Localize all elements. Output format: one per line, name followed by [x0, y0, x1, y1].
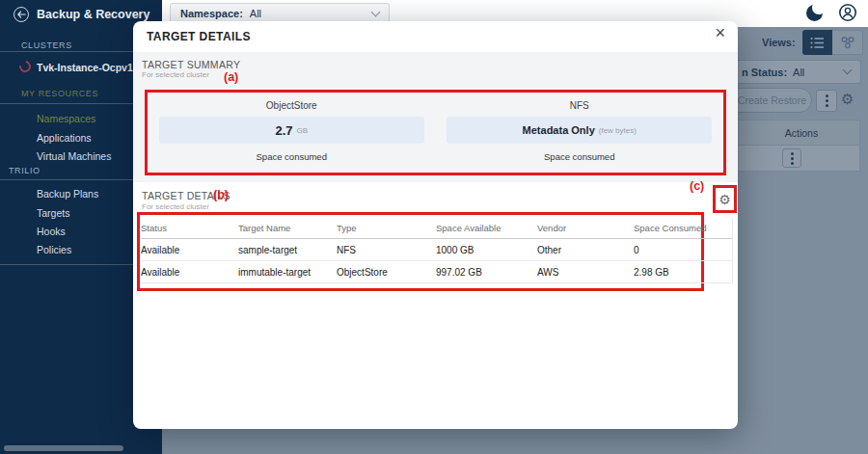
table-settings-gear-icon[interactable]: ⚙ — [719, 193, 731, 206]
summary-card-objectstore: ObjectStore 2.7 GB Space consumed — [148, 93, 436, 173]
column-header: Space Available — [436, 223, 537, 233]
card-caption: Space consumed — [148, 151, 436, 162]
cell-vendor: Other — [537, 245, 634, 255]
namespace-label: Namespace: — [180, 8, 243, 19]
cell-type: ObjectStore — [337, 267, 436, 278]
summary-subheading: For selected cluster — [142, 70, 209, 79]
target-details-modal: TARGET DETAILS × TARGET SUMMARY For sele… — [133, 21, 738, 429]
table-header-row: Status Target Name Type Space Available … — [141, 218, 732, 239]
target-details-table: Status Target Name Type Space Available … — [141, 218, 733, 283]
trilio-heading: TRILIO — [9, 166, 41, 175]
card-unit: (few bytes) — [599, 126, 637, 135]
sidebar-item-applications[interactable]: Applications — [37, 132, 92, 144]
table-row: Available immutable-target ObjectStore 9… — [141, 261, 732, 283]
annotation-label-c: (c) — [690, 179, 704, 193]
sidebar-item-backup-plans[interactable]: Backup Plans — [37, 188, 98, 200]
column-header: Status — [141, 223, 238, 233]
annotation-box-c: ⚙ — [713, 185, 737, 213]
sidebar-item-policies[interactable]: Policies — [37, 244, 71, 255]
back-arrow-icon — [17, 11, 26, 18]
sidebar-item-virtual-machines[interactable]: Virtual Machines — [37, 150, 111, 162]
details-subheading: For selected cluster — [142, 202, 209, 211]
account-icon — [837, 2, 858, 23]
sidebar-item-targets[interactable]: Targets — [37, 207, 69, 219]
account-menu-button[interactable] — [837, 2, 858, 23]
sidebar-item-namespaces[interactable]: Namespaces — [37, 113, 95, 124]
column-header: Target Name — [238, 223, 337, 233]
column-header: Space Consumed — [634, 223, 733, 233]
cell-status: Available — [141, 245, 238, 255]
table-row: Available sample-target NFS 1000 GB Othe… — [141, 239, 732, 261]
cluster-icon — [17, 59, 34, 75]
target-summary-section: TARGET SUMMARY For selected cluster (a) … — [133, 52, 738, 182]
annotation-label-b: (b) — [213, 188, 229, 201]
sidebar-item-hooks[interactable]: Hooks — [37, 226, 66, 237]
namespace-value: All — [250, 8, 261, 19]
card-caption: Space consumed — [436, 151, 724, 162]
cell-target-name: immutable-target — [238, 267, 337, 278]
cell-status: Available — [141, 267, 238, 278]
dark-mode-toggle[interactable] — [806, 5, 823, 21]
summary-heading: TARGET SUMMARY — [142, 59, 240, 70]
cell-target-name: sample-target — [238, 245, 337, 255]
sidebar-item-cluster[interactable]: Tvk-Instance-Ocpv1 — [37, 62, 133, 73]
annotation-box-a: ObjectStore 2.7 GB Space consumed NFS Me… — [145, 90, 726, 175]
app-title: Backup & Recovery — [37, 8, 149, 21]
column-header: Vendor — [537, 223, 634, 233]
cell-space-consumed: 2.98 GB — [634, 267, 733, 278]
back-button[interactable] — [14, 7, 29, 22]
cell-space-consumed: 0 — [634, 245, 733, 255]
card-title: ObjectStore — [148, 100, 436, 111]
close-icon[interactable]: × — [715, 24, 725, 41]
card-value-box: 2.7 GB — [159, 117, 424, 144]
my-resources-heading: MY RESOURCES — [21, 89, 98, 98]
summary-card-nfs: NFS Metadata Only (few bytes) Space cons… — [436, 93, 724, 173]
card-value-box: Metadata Only (few bytes) — [447, 117, 712, 144]
card-value: 2.7 — [275, 123, 292, 138]
cell-space-available: 997.02 GB — [436, 267, 537, 278]
clusters-heading: CLUSTERS — [21, 40, 72, 50]
card-value: Metadata Only — [523, 124, 595, 136]
column-header: Type — [337, 223, 436, 233]
chevron-down-icon — [371, 7, 381, 16]
annotation-label-a: (a) — [224, 70, 238, 84]
cell-vendor: AWS — [537, 267, 634, 278]
horizontal-scrollbar[interactable] — [4, 445, 123, 451]
card-unit: GB — [297, 126, 309, 135]
cell-type: NFS — [337, 245, 436, 255]
card-title: NFS — [436, 100, 724, 111]
modal-title: TARGET DETAILS — [147, 30, 251, 43]
cell-space-available: 1000 GB — [436, 245, 537, 255]
